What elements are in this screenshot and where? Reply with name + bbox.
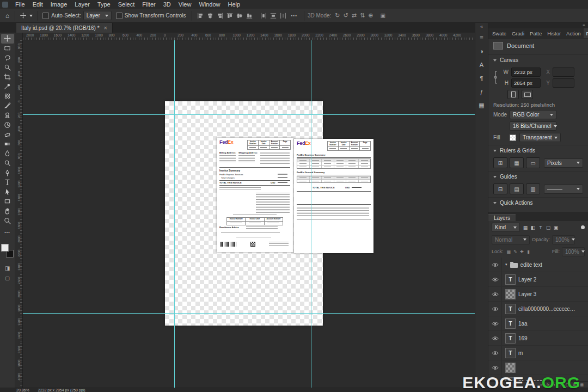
distribute-vertical-icon[interactable] — [269, 11, 278, 20]
lock-guides-icon[interactable]: ⊟ — [493, 183, 507, 194]
rulers-grids-section-header[interactable]: Rulers & Grids — [488, 145, 588, 156]
menu-item-type[interactable]: Type — [94, 1, 114, 9]
lock-position-icon[interactable]: ✚ — [519, 249, 525, 254]
panel-menu-icon[interactable]: ≡ — [583, 23, 585, 28]
auto-select-target-select[interactable]: Layer — [83, 11, 112, 20]
dodge-tool[interactable] — [1, 158, 14, 168]
filter-smart-objects-icon[interactable]: ▣ — [552, 225, 560, 230]
align-right-icon[interactable] — [216, 11, 224, 20]
vertical-ruler[interactable]: 8006004002000200400600800100012001400160… — [15, 40, 23, 388]
menu-item-file[interactable]: File — [11, 1, 29, 9]
spot-healing-brush-tool[interactable] — [1, 91, 14, 101]
canvas-height-input[interactable]: 2854 px — [511, 78, 541, 88]
layer-visibility-toggle[interactable] — [488, 331, 502, 345]
units-select[interactable]: Pixels — [544, 158, 583, 168]
layer-visibility-toggle[interactable] — [488, 346, 502, 360]
layer-visibility-toggle[interactable] — [488, 287, 502, 301]
invoice-page-1[interactable]: FedEx Invoice NumberInvoice DateAccount … — [217, 138, 293, 252]
align-top-icon[interactable] — [225, 11, 234, 20]
hand-tool[interactable] — [1, 206, 14, 216]
document-tab[interactable]: Italy id.psd @ 20.7% (RGB/16) * × — [16, 23, 113, 33]
filter-pixel-layers-icon[interactable]: ▦ — [522, 225, 529, 230]
align-left-icon[interactable] — [196, 11, 205, 20]
bit-depth-select[interactable]: 16 Bits/Channel — [510, 121, 556, 131]
guide-vertical-2[interactable] — [311, 40, 311, 388]
panel-tab-properties[interactable]: Properties — [584, 28, 588, 38]
canvas-y-input[interactable] — [553, 78, 574, 88]
toggle-grid-icon[interactable]: ▦ — [510, 157, 524, 168]
rectangle-tool[interactable] — [1, 197, 14, 206]
menu-item-image[interactable]: Image — [47, 1, 71, 9]
crop-tool[interactable] — [1, 72, 14, 82]
layer-row[interactable]: T169 — [488, 331, 588, 346]
lock-transparent-pixels-icon[interactable]: ▦ — [506, 249, 512, 254]
foreground-color-swatch[interactable] — [1, 244, 9, 252]
align-bottom-icon[interactable] — [245, 11, 254, 20]
roll-3d-icon[interactable]: ↺ — [344, 12, 348, 19]
toggle-pixel-grid-icon[interactable]: ⊞ — [493, 157, 507, 168]
toggle-guides-icon[interactable]: ▥ — [526, 183, 540, 194]
pen-tool[interactable] — [1, 168, 14, 177]
layer-row[interactable]: Tm — [488, 346, 588, 360]
quick-selection-tool[interactable] — [1, 63, 14, 72]
scale-3d-icon[interactable]: ⊕ — [368, 12, 373, 19]
color-mode-select[interactable]: RGB Color — [510, 110, 556, 119]
layer-row[interactable]: TLayer 2 — [488, 272, 588, 287]
smart-guides-icon[interactable]: ▤ — [510, 183, 524, 194]
distribute-horizontal-icon[interactable] — [259, 11, 268, 20]
workspace-icon[interactable]: ▣ — [380, 13, 385, 19]
filter-adjustment-layers-icon[interactable]: ◧ — [529, 225, 537, 230]
slide-3d-icon[interactable]: ⇅ — [360, 12, 365, 19]
layer-visibility-toggle[interactable] — [488, 360, 502, 375]
align-center-vertical-icon[interactable] — [235, 11, 244, 20]
group-expand-icon[interactable]: ▾ — [505, 262, 507, 267]
invoice-page-2[interactable]: FedEx Invoice NumberInvoice DateAccount … — [294, 139, 373, 253]
delete-layer-icon[interactable]: ▦ — [580, 383, 584, 387]
properties-mini-icon[interactable]: ≡ — [475, 30, 488, 44]
blur-tool[interactable] — [1, 149, 14, 158]
app-logo-icon[interactable] — [2, 2, 8, 8]
zoom-tool[interactable] — [1, 216, 14, 225]
canvas-width-input[interactable]: 2232 px — [511, 68, 541, 77]
horizontal-ruler[interactable]: 2000180016001400120010008006004002000200… — [23, 33, 475, 40]
menu-item-filter[interactable]: Filter — [138, 1, 159, 9]
layer-fill-select[interactable]: 100% — [562, 247, 585, 256]
paragraph-panel-icon[interactable]: ¶ — [475, 71, 488, 85]
screen-mode-icon[interactable]: ▢ — [5, 275, 10, 282]
expand-panels-icon[interactable]: « — [475, 23, 488, 30]
guide-horizontal-2[interactable] — [23, 313, 475, 314]
quick-mask-icon[interactable]: ◨ — [5, 265, 10, 272]
layer-visibility-toggle[interactable] — [488, 258, 502, 272]
clone-stamp-tool[interactable] — [1, 111, 14, 120]
panel-tab-action[interactable]: Action — [564, 28, 583, 38]
panel-tab-gradi[interactable]: Gradi — [509, 28, 527, 38]
landscape-orientation-button[interactable] — [522, 90, 533, 99]
canvas-fill-select[interactable]: Transparent — [519, 133, 561, 142]
layer-filter-toggle[interactable] — [581, 225, 585, 229]
toolbar-overflow-icon[interactable]: ••• — [291, 13, 297, 18]
layer-row[interactable] — [488, 360, 588, 375]
menu-item-view[interactable]: View — [175, 1, 195, 9]
portrait-orientation-button[interactable] — [507, 90, 519, 99]
layer-visibility-toggle[interactable] — [488, 302, 502, 316]
filter-type-layers-icon[interactable]: T — [537, 225, 544, 230]
ruler-corner[interactable] — [15, 33, 23, 40]
layer-row[interactable]: Tcilla0000000...ccccccc<0 d — [488, 302, 588, 316]
layer-visibility-toggle[interactable] — [488, 272, 502, 286]
eraser-tool[interactable] — [1, 130, 14, 139]
path-selection-tool[interactable] — [1, 187, 14, 197]
rectangular-marquee-tool[interactable] — [1, 44, 14, 53]
guide-horizontal-1[interactable] — [23, 114, 475, 115]
layer-row[interactable]: Layer 3 — [488, 287, 588, 302]
align-center-horizontal-icon[interactable] — [206, 11, 215, 20]
type-tool[interactable] — [1, 177, 14, 187]
menu-item-window[interactable]: Window — [195, 1, 224, 9]
lock-image-pixels-icon[interactable]: ✎ — [512, 249, 519, 254]
canvas-x-input[interactable] — [553, 68, 574, 77]
layer-filter-kind-select[interactable]: Kind — [492, 223, 520, 232]
guide-style-select[interactable] — [544, 185, 583, 194]
canvas-section-header[interactable]: Canvas — [488, 54, 588, 65]
libraries-panel-icon[interactable]: ▦ — [475, 99, 488, 112]
glyphs-panel-icon[interactable]: ƒ — [475, 85, 488, 99]
menu-item-edit[interactable]: Edit — [29, 1, 47, 9]
